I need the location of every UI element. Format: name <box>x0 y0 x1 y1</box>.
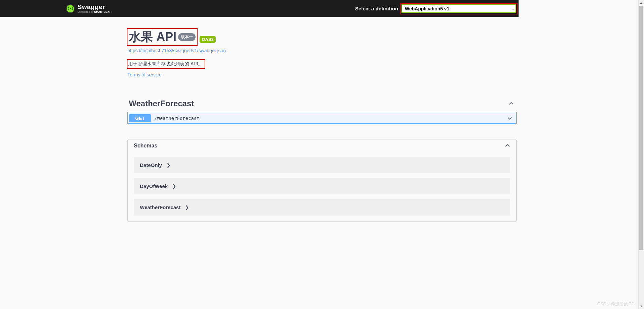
definition-label: Select a definition <box>355 6 398 11</box>
api-title-row: 水果 API 版本一 <box>127 29 197 45</box>
scroll-thumb[interactable] <box>639 6 643 250</box>
http-method-badge: GET <box>129 114 151 122</box>
brand: {·} Swagger Supported by SMARTBEAR <box>66 4 111 13</box>
brand-text: Swagger Supported by SMARTBEAR <box>77 4 111 13</box>
spec-url-link[interactable]: https://localhost:7158/swagger/v1/swagge… <box>127 48 517 53</box>
scrollbar[interactable]: ▲ ▼ <box>638 0 644 309</box>
watermark: CSDN @进阶的CC <box>597 301 635 307</box>
main: 水果 API 版本一 OAS3 https://localhost:7158/s… <box>127 17 517 222</box>
topbar: {·} Swagger Supported by SMARTBEAR Selec… <box>0 0 519 17</box>
chevron-right-icon: ❯ <box>185 205 189 210</box>
api-title: 水果 API <box>129 29 176 45</box>
definition-selector: Select a definition WebApplication5 v1 ⌄ <box>355 4 515 13</box>
operation-path: /WeatherForecast <box>154 116 507 121</box>
schema-name: DateOnly <box>140 162 162 168</box>
schema-name: DayOfWeek <box>140 183 168 189</box>
api-description: 用于管理水果库存状态列表的 API。 <box>127 60 205 68</box>
tag-section: WeatherForecast GET /WeatherForecast <box>127 98 517 124</box>
chevron-right-icon: ❯ <box>172 184 176 189</box>
brand-subtitle: Supported by SMARTBEAR <box>77 11 111 13</box>
schemas-header[interactable]: Schemas <box>128 139 516 152</box>
swagger-logo-icon: {·} <box>66 4 75 13</box>
schemas-title: Schemas <box>134 143 157 149</box>
version-badge: 版本一 <box>178 33 196 41</box>
brand-name: Swagger <box>77 4 111 10</box>
api-info: 水果 API 版本一 OAS3 https://localhost:7158/s… <box>127 29 517 77</box>
chevron-right-icon: ❯ <box>167 163 170 168</box>
schemas-body: DateOnly ❯ DayOfWeek ❯ WeatherForecast ❯ <box>128 157 516 222</box>
scroll-up-icon[interactable]: ▲ <box>639 0 644 5</box>
terms-of-service-link[interactable]: Terms of service <box>127 72 517 77</box>
oas-badge: OAS3 <box>200 36 215 43</box>
scroll-down-icon[interactable]: ▼ <box>639 304 644 309</box>
tag-name: WeatherForecast <box>129 99 194 108</box>
chevron-up-icon <box>505 143 510 148</box>
tag-header[interactable]: WeatherForecast <box>127 98 517 110</box>
chevron-up-icon <box>508 101 514 106</box>
schema-item[interactable]: WeatherForecast ❯ <box>134 199 510 215</box>
schemas-section: Schemas DateOnly ❯ DayOfWeek ❯ WeatherFo… <box>127 139 517 222</box>
chevron-down-icon <box>507 116 513 121</box>
operation-get[interactable]: GET /WeatherForecast <box>127 112 517 124</box>
definition-select[interactable]: WebApplication5 v1 <box>401 4 516 13</box>
schema-name: WeatherForecast <box>140 204 180 210</box>
schema-item[interactable]: DayOfWeek ❯ <box>134 178 510 194</box>
schema-item[interactable]: DateOnly ❯ <box>134 157 510 173</box>
